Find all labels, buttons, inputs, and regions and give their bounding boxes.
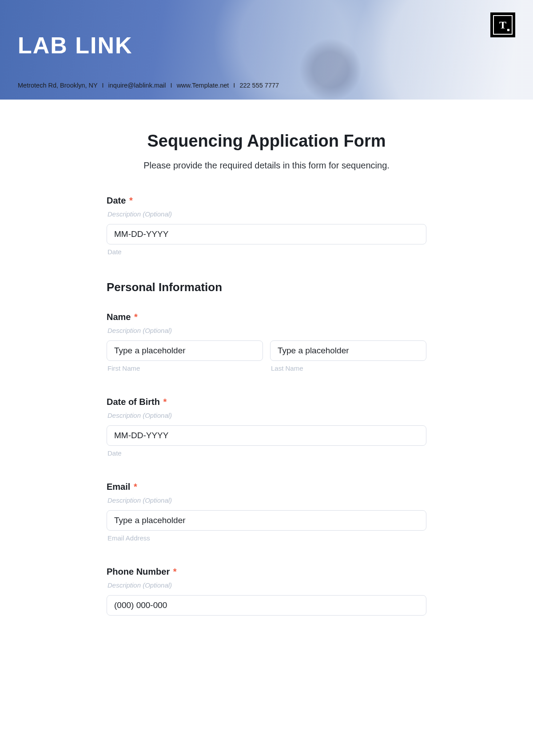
required-mark: * [163,397,167,407]
separator-icon: I [171,82,172,89]
required-mark: * [134,312,138,322]
last-name-sublabel: Last Name [270,364,426,372]
phone-input[interactable] [107,595,426,616]
field-group-email: Email * Description (Optional) Email Add… [107,482,426,542]
name-label-text: Name [107,312,131,322]
contact-phone: 222 555 7777 [239,82,279,89]
dob-label: Date of Birth * [107,397,426,407]
name-description: Description (Optional) [107,327,426,334]
phone-description: Description (Optional) [107,581,426,589]
dob-description: Description (Optional) [107,412,426,419]
contact-email: inquire@lablink.mail [108,82,166,89]
form-title: Sequencing Application Form [107,132,426,151]
required-mark: * [129,196,133,205]
email-label-text: Email [107,482,130,492]
form-container: Sequencing Application Form Please provi… [84,100,449,633]
form-subtitle: Please provide the required details in t… [107,160,426,171]
section-personal-information: Personal Information [107,280,426,294]
template-badge-letter: T [493,15,513,35]
date-label-text: Date [107,196,126,205]
email-description: Description (Optional) [107,496,426,504]
email-label: Email * [107,482,426,492]
dob-sublabel: Date [107,449,426,457]
separator-icon: I [233,82,235,89]
date-input[interactable] [107,224,426,244]
first-name-sublabel: First Name [107,364,263,372]
separator-icon: I [102,82,103,89]
last-name-input[interactable] [270,340,426,361]
required-mark: * [134,482,137,492]
field-group-date: Date * Description (Optional) Date [107,196,426,256]
required-mark: * [173,567,177,576]
phone-label: Phone Number * [107,567,426,577]
contact-website: www.Template.net [177,82,229,89]
dob-label-text: Date of Birth [107,397,160,407]
field-group-name: Name * Description (Optional) First Name… [107,312,426,372]
dob-input[interactable] [107,425,426,446]
template-badge: T [490,12,515,37]
contact-line: Metrotech Rd, Brooklyn, NY I inquire@lab… [18,82,515,89]
email-sublabel: Email Address [107,534,426,542]
brand-title: LAB LINK [18,0,515,59]
field-group-phone: Phone Number * Description (Optional) [107,567,426,616]
contact-address: Metrotech Rd, Brooklyn, NY [18,82,97,89]
phone-label-text: Phone Number [107,567,170,576]
email-input[interactable] [107,510,426,531]
name-label: Name * [107,312,426,322]
date-description: Description (Optional) [107,210,426,218]
first-name-input[interactable] [107,340,263,361]
field-group-dob: Date of Birth * Description (Optional) D… [107,397,426,457]
date-label: Date * [107,196,426,206]
date-sublabel: Date [107,248,426,256]
page-header: T LAB LINK Metrotech Rd, Brooklyn, NY I … [0,0,533,100]
